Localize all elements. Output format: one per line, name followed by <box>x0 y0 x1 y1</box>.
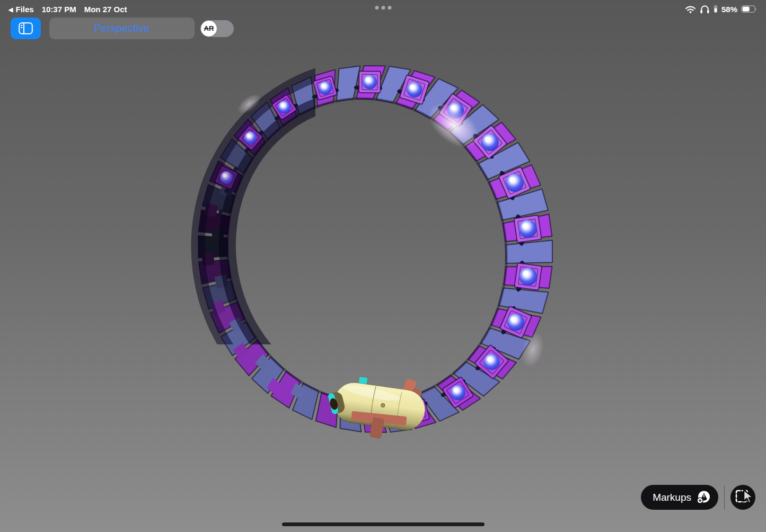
markups-label: Markups <box>653 492 691 503</box>
action-bar: Markups <box>641 485 755 510</box>
clasp <box>322 368 429 445</box>
markups-button[interactable]: Markups <box>641 485 718 510</box>
home-indicator[interactable] <box>282 522 485 526</box>
markup-pen-icon <box>697 490 711 504</box>
selection-dashed-icon <box>730 485 755 512</box>
3d-viewport[interactable] <box>0 0 766 532</box>
action-divider <box>724 485 725 510</box>
screen: ◀ Files 10:37 PM Mon 27 Oct 58% <box>0 0 766 532</box>
cursor-pointer-icon <box>744 490 753 503</box>
select-tool-button[interactable] <box>730 485 755 510</box>
